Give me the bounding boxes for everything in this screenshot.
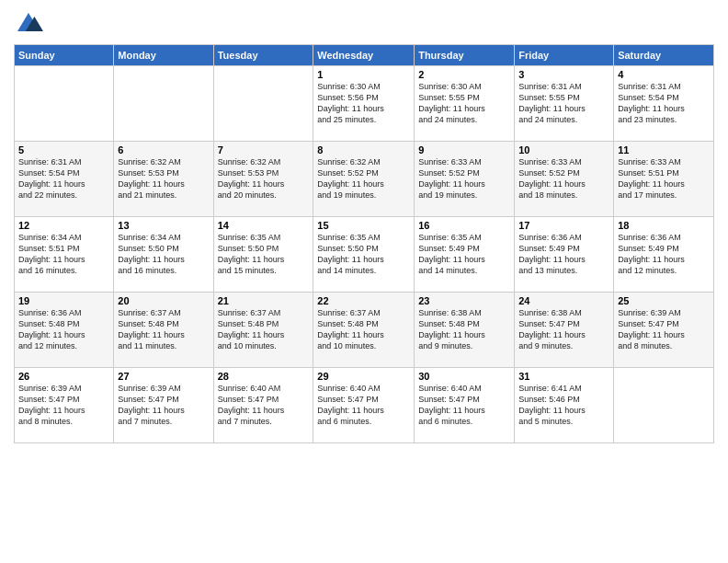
calendar-cell: 15Sunrise: 6:35 AM Sunset: 5:50 PM Dayli… xyxy=(313,217,415,293)
calendar-cell: 17Sunrise: 6:36 AM Sunset: 5:49 PM Dayli… xyxy=(515,217,614,293)
weekday-header-thursday: Thursday xyxy=(415,45,515,66)
calendar-cell: 3Sunrise: 6:31 AM Sunset: 5:55 PM Daylig… xyxy=(515,66,614,142)
day-number: 24 xyxy=(518,295,609,306)
calendar-cell: 11Sunrise: 6:33 AM Sunset: 5:51 PM Dayli… xyxy=(614,142,714,217)
calendar-cell: 23Sunrise: 6:38 AM Sunset: 5:48 PM Dayli… xyxy=(415,293,515,368)
calendar-cell: 2Sunrise: 6:30 AM Sunset: 5:55 PM Daylig… xyxy=(415,66,515,142)
calendar-cell: 9Sunrise: 6:33 AM Sunset: 5:52 PM Daylig… xyxy=(415,142,515,217)
calendar-cell: 14Sunrise: 6:35 AM Sunset: 5:50 PM Dayli… xyxy=(213,217,313,293)
logo-icon xyxy=(14,9,43,39)
calendar-cell: 30Sunrise: 6:40 AM Sunset: 5:47 PM Dayli… xyxy=(415,368,515,443)
day-info: Sunrise: 6:41 AM Sunset: 5:46 PM Dayligh… xyxy=(518,383,609,428)
weekday-header-monday: Monday xyxy=(114,45,213,66)
calendar-cell: 28Sunrise: 6:40 AM Sunset: 5:47 PM Dayli… xyxy=(213,368,313,443)
day-number: 28 xyxy=(218,371,310,382)
calendar-cell: 26Sunrise: 6:39 AM Sunset: 5:47 PM Dayli… xyxy=(15,368,114,443)
day-number: 23 xyxy=(418,295,510,306)
day-number: 10 xyxy=(518,144,609,155)
day-info: Sunrise: 6:37 AM Sunset: 5:48 PM Dayligh… xyxy=(218,307,310,352)
calendar-table: SundayMondayTuesdayWednesdayThursdayFrid… xyxy=(14,44,714,443)
day-info: Sunrise: 6:36 AM Sunset: 5:49 PM Dayligh… xyxy=(518,232,609,277)
day-number: 11 xyxy=(618,144,710,155)
day-info: Sunrise: 6:39 AM Sunset: 5:47 PM Dayligh… xyxy=(18,383,109,428)
calendar-week-row-1: 1Sunrise: 6:30 AM Sunset: 5:56 PM Daylig… xyxy=(15,66,714,142)
day-info: Sunrise: 6:37 AM Sunset: 5:48 PM Dayligh… xyxy=(317,307,410,352)
calendar-cell xyxy=(15,66,114,142)
weekday-header-tuesday: Tuesday xyxy=(213,45,313,66)
day-number: 6 xyxy=(118,144,209,155)
day-info: Sunrise: 6:35 AM Sunset: 5:50 PM Dayligh… xyxy=(317,232,410,277)
calendar-cell: 7Sunrise: 6:32 AM Sunset: 5:53 PM Daylig… xyxy=(213,142,313,217)
day-number: 3 xyxy=(518,69,609,80)
weekday-header-saturday: Saturday xyxy=(614,45,714,66)
day-number: 16 xyxy=(418,220,510,231)
day-number: 8 xyxy=(317,144,410,155)
day-info: Sunrise: 6:36 AM Sunset: 5:49 PM Dayligh… xyxy=(618,232,710,277)
weekday-header-sunday: Sunday xyxy=(15,45,114,66)
day-info: Sunrise: 6:33 AM Sunset: 5:52 PM Dayligh… xyxy=(418,156,510,201)
day-number: 2 xyxy=(418,69,510,80)
logo xyxy=(14,9,47,39)
day-info: Sunrise: 6:40 AM Sunset: 5:47 PM Dayligh… xyxy=(418,383,510,428)
calendar-cell: 4Sunrise: 6:31 AM Sunset: 5:54 PM Daylig… xyxy=(614,66,714,142)
weekday-header-row: SundayMondayTuesdayWednesdayThursdayFrid… xyxy=(15,45,714,66)
calendar-cell: 6Sunrise: 6:32 AM Sunset: 5:53 PM Daylig… xyxy=(114,142,213,217)
day-info: Sunrise: 6:32 AM Sunset: 5:53 PM Dayligh… xyxy=(118,156,209,201)
day-info: Sunrise: 6:39 AM Sunset: 5:47 PM Dayligh… xyxy=(118,383,209,428)
calendar-cell xyxy=(614,368,714,443)
day-info: Sunrise: 6:35 AM Sunset: 5:49 PM Dayligh… xyxy=(418,232,510,277)
main-container: SundayMondayTuesdayWednesdayThursdayFrid… xyxy=(0,0,728,453)
calendar-cell: 10Sunrise: 6:33 AM Sunset: 5:52 PM Dayli… xyxy=(515,142,614,217)
calendar-cell: 8Sunrise: 6:32 AM Sunset: 5:52 PM Daylig… xyxy=(313,142,415,217)
day-number: 4 xyxy=(618,69,710,80)
day-info: Sunrise: 6:32 AM Sunset: 5:53 PM Dayligh… xyxy=(218,156,310,201)
calendar-cell: 5Sunrise: 6:31 AM Sunset: 5:54 PM Daylig… xyxy=(15,142,114,217)
day-number: 17 xyxy=(518,220,609,231)
day-number: 14 xyxy=(218,220,310,231)
calendar-cell: 24Sunrise: 6:38 AM Sunset: 5:47 PM Dayli… xyxy=(515,293,614,368)
day-info: Sunrise: 6:38 AM Sunset: 5:47 PM Dayligh… xyxy=(518,307,609,352)
day-number: 22 xyxy=(317,295,410,306)
calendar-cell: 21Sunrise: 6:37 AM Sunset: 5:48 PM Dayli… xyxy=(213,293,313,368)
calendar-cell: 1Sunrise: 6:30 AM Sunset: 5:56 PM Daylig… xyxy=(313,66,415,142)
day-info: Sunrise: 6:33 AM Sunset: 5:52 PM Dayligh… xyxy=(518,156,609,201)
calendar-week-row-3: 12Sunrise: 6:34 AM Sunset: 5:51 PM Dayli… xyxy=(15,217,714,293)
day-info: Sunrise: 6:31 AM Sunset: 5:55 PM Dayligh… xyxy=(518,81,609,126)
day-number: 12 xyxy=(18,220,109,231)
calendar-cell: 27Sunrise: 6:39 AM Sunset: 5:47 PM Dayli… xyxy=(114,368,213,443)
calendar-week-row-2: 5Sunrise: 6:31 AM Sunset: 5:54 PM Daylig… xyxy=(15,142,714,217)
day-info: Sunrise: 6:40 AM Sunset: 5:47 PM Dayligh… xyxy=(317,383,410,428)
day-number: 15 xyxy=(317,220,410,231)
header-row xyxy=(14,9,714,39)
day-info: Sunrise: 6:32 AM Sunset: 5:52 PM Dayligh… xyxy=(317,156,410,201)
calendar-cell: 20Sunrise: 6:37 AM Sunset: 5:48 PM Dayli… xyxy=(114,293,213,368)
day-info: Sunrise: 6:39 AM Sunset: 5:47 PM Dayligh… xyxy=(618,307,710,352)
day-info: Sunrise: 6:33 AM Sunset: 5:51 PM Dayligh… xyxy=(618,156,710,201)
day-number: 31 xyxy=(518,371,609,382)
day-number: 30 xyxy=(418,371,510,382)
day-number: 19 xyxy=(18,295,109,306)
calendar-cell: 19Sunrise: 6:36 AM Sunset: 5:48 PM Dayli… xyxy=(15,293,114,368)
weekday-header-friday: Friday xyxy=(515,45,614,66)
day-number: 18 xyxy=(618,220,710,231)
day-number: 7 xyxy=(218,144,310,155)
calendar-cell: 25Sunrise: 6:39 AM Sunset: 5:47 PM Dayli… xyxy=(614,293,714,368)
calendar-week-row-5: 26Sunrise: 6:39 AM Sunset: 5:47 PM Dayli… xyxy=(15,368,714,443)
day-info: Sunrise: 6:34 AM Sunset: 5:51 PM Dayligh… xyxy=(18,232,109,277)
weekday-header-wednesday: Wednesday xyxy=(313,45,415,66)
day-info: Sunrise: 6:31 AM Sunset: 5:54 PM Dayligh… xyxy=(618,81,710,126)
day-info: Sunrise: 6:35 AM Sunset: 5:50 PM Dayligh… xyxy=(218,232,310,277)
calendar-cell: 12Sunrise: 6:34 AM Sunset: 5:51 PM Dayli… xyxy=(15,217,114,293)
day-number: 9 xyxy=(418,144,510,155)
day-info: Sunrise: 6:36 AM Sunset: 5:48 PM Dayligh… xyxy=(18,307,109,352)
day-info: Sunrise: 6:30 AM Sunset: 5:55 PM Dayligh… xyxy=(418,81,510,126)
day-number: 20 xyxy=(118,295,209,306)
day-number: 25 xyxy=(618,295,710,306)
day-info: Sunrise: 6:38 AM Sunset: 5:48 PM Dayligh… xyxy=(418,307,510,352)
calendar-cell: 16Sunrise: 6:35 AM Sunset: 5:49 PM Dayli… xyxy=(415,217,515,293)
day-info: Sunrise: 6:37 AM Sunset: 5:48 PM Dayligh… xyxy=(118,307,209,352)
calendar-cell: 13Sunrise: 6:34 AM Sunset: 5:50 PM Dayli… xyxy=(114,217,213,293)
calendar-cell: 22Sunrise: 6:37 AM Sunset: 5:48 PM Dayli… xyxy=(313,293,415,368)
calendar-cell: 18Sunrise: 6:36 AM Sunset: 5:49 PM Dayli… xyxy=(614,217,714,293)
calendar-cell: 31Sunrise: 6:41 AM Sunset: 5:46 PM Dayli… xyxy=(515,368,614,443)
